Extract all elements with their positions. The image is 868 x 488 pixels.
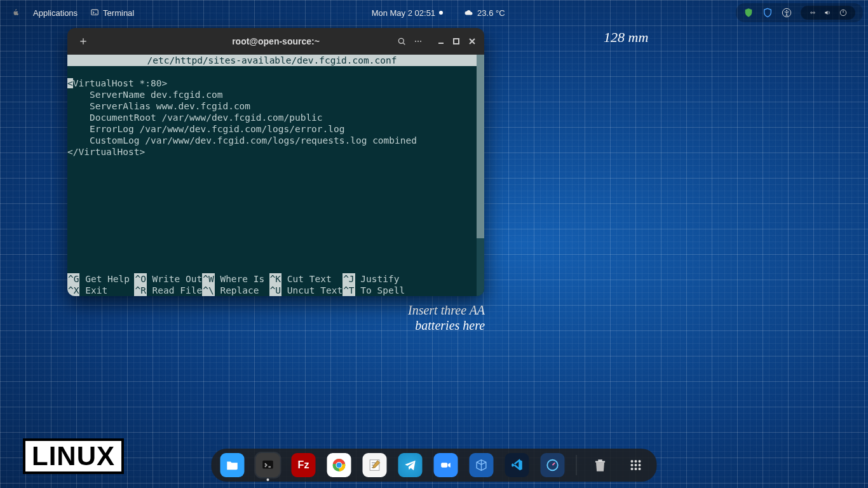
dock: Fz xyxy=(212,449,657,482)
power-icon xyxy=(839,8,848,17)
dock-chrome[interactable] xyxy=(327,453,351,477)
svg-rect-8 xyxy=(454,39,459,44)
nano-shortcut: ^T To Spell xyxy=(342,285,409,296)
terminal-window[interactable]: root@open-source:~ /etc/httpd/sites-avai… xyxy=(67,28,484,296)
dock-files[interactable] xyxy=(220,453,245,477)
nano-shortcut: ^G Get Help xyxy=(67,273,134,285)
dock-terminal[interactable] xyxy=(256,453,280,477)
svg-point-4 xyxy=(398,38,403,43)
search-button[interactable] xyxy=(395,32,408,51)
datetime-label: Mon May 2 02:51 xyxy=(372,8,435,18)
new-tab-button[interactable] xyxy=(74,32,93,51)
nano-key: ^G xyxy=(67,273,79,285)
file-content: VirtualHost *:80> ServerName dev.fcgid.c… xyxy=(67,78,417,157)
dock-virtualbox[interactable] xyxy=(470,453,494,477)
nano-shortcut: ^W Where Is xyxy=(202,273,269,285)
terminal-body[interactable]: /etc/httpd/sites-available/dev.fcgid.com… xyxy=(67,55,484,296)
apple-icon xyxy=(11,8,20,17)
svg-point-20 xyxy=(639,460,641,463)
dock-text-editor[interactable] xyxy=(363,453,387,477)
volume-icon xyxy=(824,8,832,17)
nano-key: ^O xyxy=(134,273,146,285)
nano-label: To Spell xyxy=(355,285,405,296)
nano-key: ^R xyxy=(134,285,146,296)
filezilla-icon: Fz xyxy=(298,459,309,471)
cloud-icon xyxy=(465,8,473,17)
dock-vscode[interactable] xyxy=(505,453,529,477)
nano-key: ^T xyxy=(342,285,355,296)
svg-point-21 xyxy=(631,464,634,466)
nano-label: Justify xyxy=(355,273,400,285)
nano-shortcut xyxy=(410,285,477,296)
vscode-icon xyxy=(510,458,524,472)
nano-content[interactable]: <VirtualHost *:80> ServerName dev.fcgid.… xyxy=(67,78,477,158)
wallpaper-dimension-label: 128 mm xyxy=(604,29,648,46)
svg-point-7 xyxy=(420,41,421,42)
nano-menu: ^G Get Help^O Write Out^W Where Is^K Cut… xyxy=(67,273,477,296)
dock-zoom[interactable] xyxy=(434,453,458,477)
window-titlebar[interactable]: root@open-source:~ xyxy=(67,28,484,55)
svg-point-24 xyxy=(631,468,634,470)
running-app-label: Terminal xyxy=(103,8,134,18)
scrollbar-thumb[interactable] xyxy=(477,55,484,238)
nano-shortcut xyxy=(410,273,477,285)
shield-icon xyxy=(743,8,754,18)
nano-key: ^\ xyxy=(202,285,214,296)
running-app-indicator[interactable]: Terminal xyxy=(84,8,140,18)
telegram-icon xyxy=(403,458,417,472)
status-pill[interactable] xyxy=(801,6,855,20)
maximize-button[interactable] xyxy=(451,32,462,50)
nano-label: Get Help xyxy=(79,273,130,285)
weather-indicator[interactable]: 23.6 °C xyxy=(458,8,512,18)
dock-apps-grid[interactable] xyxy=(624,453,648,477)
notification-dot-icon xyxy=(439,11,443,15)
window-title: root@open-source:~ xyxy=(156,36,395,46)
clock[interactable]: Mon May 2 02:51 xyxy=(365,8,449,18)
nano-shortcut: ^J Justify xyxy=(342,273,409,285)
apple-menu[interactable] xyxy=(5,8,27,17)
dock-corectrl[interactable] xyxy=(541,453,565,477)
nano-label: Read File xyxy=(147,285,202,296)
gauge-icon xyxy=(546,458,560,472)
dock-telegram[interactable] xyxy=(398,453,423,477)
terminal-icon xyxy=(90,8,99,17)
dock-filezilla[interactable]: Fz xyxy=(292,453,316,477)
plus-icon xyxy=(78,36,88,46)
apps-grid-icon xyxy=(628,458,644,473)
svg-point-19 xyxy=(635,460,637,463)
nano-label: Exit xyxy=(79,285,107,296)
svg-point-23 xyxy=(639,464,641,466)
minimize-button[interactable] xyxy=(435,32,447,50)
svg-point-18 xyxy=(631,460,634,463)
weather-temp-label: 23.6 °C xyxy=(477,8,505,18)
svg-rect-0 xyxy=(92,10,98,15)
svg-point-2 xyxy=(786,10,787,11)
nano-shortcut: ^U Uncut Text xyxy=(269,285,343,296)
shield-blue-tray[interactable] xyxy=(763,8,773,18)
wallpaper-battery-l2: batteries here xyxy=(415,318,485,332)
svg-point-22 xyxy=(635,464,637,466)
nano-label: Replace xyxy=(215,285,259,296)
system-tray xyxy=(736,3,863,22)
close-button[interactable] xyxy=(466,32,478,50)
notepad-icon xyxy=(368,458,382,472)
close-icon xyxy=(468,37,476,45)
nano-key: ^K xyxy=(269,273,281,285)
menu-button[interactable] xyxy=(412,32,424,51)
dock-trash[interactable] xyxy=(588,453,613,477)
applications-label: Applications xyxy=(33,8,78,18)
nano-shortcut: ^O Write Out xyxy=(134,273,202,285)
nano-shortcut: ^\ Replace xyxy=(202,285,269,296)
accessibility-tray[interactable] xyxy=(782,8,792,18)
dock-separator xyxy=(576,455,577,475)
applications-menu[interactable]: Applications xyxy=(27,8,84,18)
kebab-icon xyxy=(413,36,423,46)
nano-titlebar: /etc/httpd/sites-available/dev.fcgid.com… xyxy=(67,55,477,66)
chrome-icon xyxy=(332,458,347,473)
minimize-icon xyxy=(437,37,445,45)
maximize-icon xyxy=(452,37,460,45)
shield-outline-icon xyxy=(763,8,773,18)
nano-key: ^W xyxy=(202,273,214,285)
shield-green-tray[interactable] xyxy=(743,8,754,18)
nano-label: Cut Text xyxy=(281,273,332,285)
